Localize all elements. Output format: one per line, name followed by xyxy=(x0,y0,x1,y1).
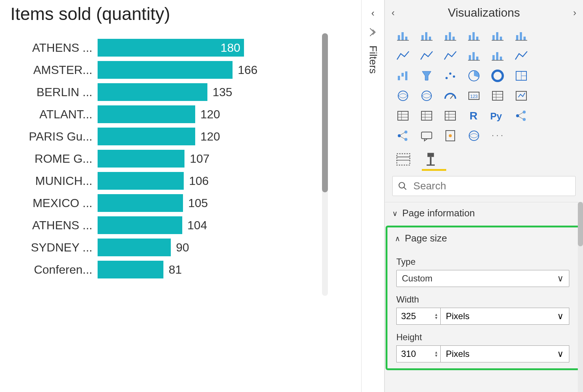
viz-decomposition-tree-icon[interactable] xyxy=(394,128,411,143)
bar-value: 106 xyxy=(184,172,209,190)
viz-scatter-icon[interactable] xyxy=(442,68,459,83)
bar-fill[interactable] xyxy=(98,128,195,145)
viz-more-icon[interactable]: · · · xyxy=(489,128,506,143)
viz-table-icon[interactable] xyxy=(418,108,435,123)
viz-clustered-column-icon[interactable] xyxy=(418,28,435,43)
bar-value: 104 xyxy=(182,216,207,234)
viz-gauge-icon[interactable] xyxy=(442,88,459,103)
page-size-section-highlighted: ∧ Page size Type Custom ∨ Width 325 ▲▼ xyxy=(386,226,580,370)
bar-value: 120 xyxy=(195,128,220,145)
viz-waterfall-icon[interactable] xyxy=(394,68,411,83)
bar-fill[interactable] xyxy=(98,83,207,101)
page-size-header[interactable]: ∧ Page size xyxy=(395,233,571,244)
bar-label: ROME G... xyxy=(10,152,98,166)
viz-ribbon-icon[interactable] xyxy=(513,48,530,63)
bar-track: 81 xyxy=(98,261,354,278)
height-unit-dropdown[interactable]: Pixels ∨ xyxy=(441,345,569,362)
bar-fill[interactable] xyxy=(98,261,163,278)
bar-track: 104 xyxy=(98,216,354,234)
viz-collapse-left[interactable]: ‹ xyxy=(392,7,395,18)
bar-row: PARIS Gu...120 xyxy=(10,128,354,145)
bar-fill[interactable] xyxy=(98,194,183,212)
width-unit: Pixels xyxy=(446,311,470,321)
bar-fill[interactable]: 180 xyxy=(98,39,244,57)
viz-line-clustered-icon[interactable] xyxy=(465,48,482,63)
page-information-header[interactable]: ∨ Page information xyxy=(392,207,576,219)
bar-label: ATHENS ... xyxy=(10,219,98,232)
page-size-type-dropdown[interactable]: Custom ∨ xyxy=(396,270,569,287)
svg-rect-34 xyxy=(405,71,407,80)
viz-line-icon[interactable] xyxy=(394,48,411,63)
page-information-label: Page information xyxy=(402,207,475,219)
bar-fill[interactable] xyxy=(98,216,182,234)
bar-fill[interactable] xyxy=(98,61,233,79)
viz-map-icon[interactable] xyxy=(394,88,411,103)
viz-filled-map-icon[interactable] xyxy=(418,88,435,103)
viz-stacked-bar-100-icon[interactable] xyxy=(489,28,506,43)
svg-rect-48 xyxy=(492,91,503,100)
width-unit-dropdown[interactable]: Pixels ∨ xyxy=(441,308,569,325)
viz-clustered-bar-icon[interactable] xyxy=(465,28,482,43)
viz-kpi-icon[interactable] xyxy=(513,88,530,103)
bar-fill[interactable] xyxy=(98,172,184,190)
panel-scroll-thumb[interactable] xyxy=(578,202,583,246)
viz-matrix-icon[interactable] xyxy=(442,108,459,123)
viz-area-icon[interactable] xyxy=(418,48,435,63)
svg-rect-52 xyxy=(516,91,526,100)
chevron-down-icon: ∨ xyxy=(557,311,564,321)
svg-rect-26 xyxy=(476,57,478,60)
height-spinner[interactable]: ▲▼ xyxy=(434,351,438,357)
chart-scroll-thumb[interactable] xyxy=(322,33,328,192)
viz-python-visual-icon[interactable]: Py xyxy=(489,108,506,123)
width-value: 325 xyxy=(401,311,416,321)
chart-scrollbar[interactable] xyxy=(322,33,328,296)
viz-stacked-area-icon[interactable] xyxy=(442,48,459,63)
filters-collapse-chevron[interactable]: ‹ xyxy=(371,7,374,19)
bar-fill[interactable] xyxy=(98,239,171,256)
bar-track: 180 xyxy=(98,39,354,57)
filters-icon[interactable] xyxy=(368,27,378,37)
bar-fill[interactable] xyxy=(98,105,195,123)
height-input[interactable]: 310 ▲▼ xyxy=(396,345,441,362)
svg-point-68 xyxy=(523,111,526,114)
svg-rect-20 xyxy=(516,35,518,40)
viz-slicer-icon[interactable] xyxy=(394,108,411,123)
viz-pie-icon[interactable] xyxy=(465,68,482,83)
filters-label[interactable]: Filters xyxy=(367,45,379,74)
viz-treemap-icon[interactable] xyxy=(513,68,530,83)
viz-stacked-column-100-icon[interactable] xyxy=(513,28,530,43)
svg-point-72 xyxy=(398,134,401,137)
viz-funnel-icon[interactable] xyxy=(418,68,435,83)
viz-line-stacked-icon[interactable] xyxy=(489,48,506,63)
search-box[interactable] xyxy=(392,176,576,196)
viz-stacked-bar-icon[interactable] xyxy=(394,28,411,43)
bar-label: Conferen... xyxy=(10,263,98,277)
viz-r-visual-icon[interactable]: R xyxy=(465,108,482,123)
format-tab-underline xyxy=(422,169,446,171)
fields-tab-icon[interactable] xyxy=(395,151,411,168)
svg-rect-9 xyxy=(449,32,451,40)
width-spinner[interactable]: ▲▼ xyxy=(434,313,438,320)
search-input[interactable] xyxy=(413,180,570,192)
height-value: 310 xyxy=(401,349,416,359)
format-tab-icon[interactable] xyxy=(423,151,439,168)
panel-scrollbar[interactable] xyxy=(578,202,583,392)
svg-text:· · ·: · · · xyxy=(492,131,503,140)
page-information-section: ∨ Page information xyxy=(385,202,583,224)
viz-card-icon[interactable]: 123 xyxy=(465,88,482,103)
viz-qa-icon[interactable] xyxy=(418,128,435,143)
bar-fill[interactable] xyxy=(98,150,184,168)
bar-track: 135 xyxy=(98,83,354,101)
width-input[interactable]: 325 ▲▼ xyxy=(396,308,441,325)
bar-track: 166 xyxy=(98,61,354,79)
svg-point-39 xyxy=(492,71,503,81)
chevron-down-icon: ∨ xyxy=(392,209,398,218)
svg-rect-17 xyxy=(496,32,498,40)
viz-collapse-right[interactable]: › xyxy=(573,7,576,18)
viz-arcgis-icon[interactable] xyxy=(465,128,482,143)
viz-key-influencers-icon[interactable] xyxy=(513,108,530,123)
viz-paginated-icon[interactable] xyxy=(442,128,459,143)
viz-donut-icon[interactable] xyxy=(489,68,506,83)
viz-multi-row-card-icon[interactable] xyxy=(489,88,506,103)
viz-stacked-column-icon[interactable] xyxy=(442,28,459,43)
